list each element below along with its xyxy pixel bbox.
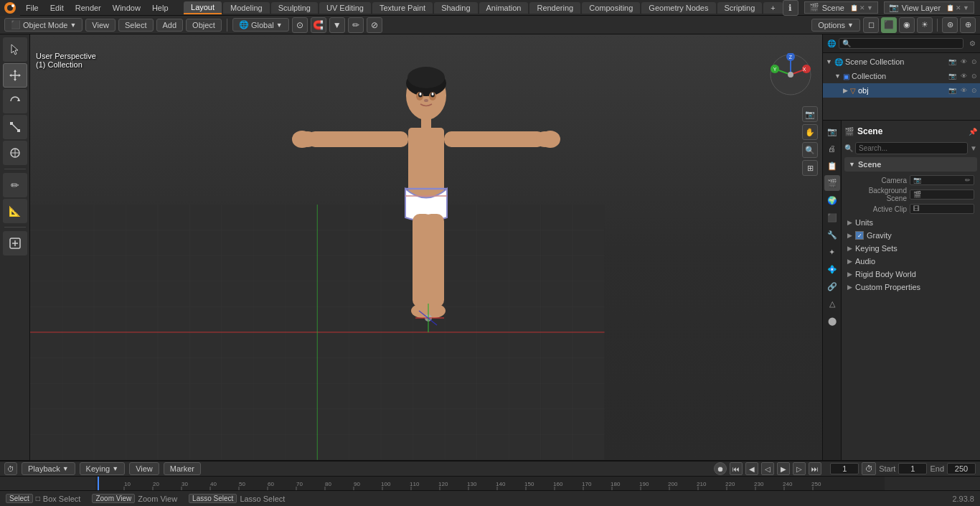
prop-object-icon[interactable]: ⬛ xyxy=(824,210,840,225)
jump-end-btn[interactable]: ⏭ xyxy=(809,462,821,475)
transform-tool[interactable] xyxy=(3,141,27,165)
active-clip-value[interactable]: 🎞 xyxy=(910,204,974,214)
outliner-search[interactable]: 🔍 xyxy=(839,38,963,49)
add-tool[interactable] xyxy=(3,231,27,256)
menu-window[interactable]: Window xyxy=(107,2,146,14)
scene-selector[interactable]: 🎬 Scene 📋 ✕ ▼ xyxy=(804,1,878,14)
scene-collection-restrict-icon[interactable]: ⊙ xyxy=(971,58,977,65)
object-btn[interactable]: Object xyxy=(186,19,222,32)
playback-btn[interactable]: Playback ▼ xyxy=(22,462,75,475)
current-frame-input[interactable]: 1 xyxy=(830,463,859,474)
marker-btn[interactable]: Marker xyxy=(164,462,201,475)
tab-rendering[interactable]: Rendering xyxy=(529,2,580,14)
toggle-quad-btn[interactable]: ⊞ xyxy=(802,160,818,176)
transform-global-btn[interactable]: 🌐 Global ▼ xyxy=(232,18,289,32)
collection-restrict-icon[interactable]: ⊙ xyxy=(971,72,977,80)
tab-add[interactable]: + xyxy=(763,2,782,14)
keying-sets-collapsible[interactable]: ▶ Keying Sets xyxy=(844,242,977,255)
tab-scripting[interactable]: Scripting xyxy=(717,2,763,14)
prop-material-icon[interactable]: ⬤ xyxy=(824,313,840,329)
cursor-tool[interactable] xyxy=(3,37,27,62)
record-btn[interactable]: ⏺ xyxy=(714,462,727,475)
tree-scene-collection[interactable]: ▼ 🌐 Scene Collection 📷 👁 ⊙ xyxy=(823,55,980,69)
camera-view-btn[interactable]: 📷 xyxy=(802,106,818,122)
props-pin-icon[interactable]: 📌 xyxy=(969,128,977,136)
jump-start-btn[interactable]: ⏮ xyxy=(730,462,743,475)
tab-layout[interactable]: Layout xyxy=(184,1,222,14)
camera-edit-icon[interactable]: ✏ xyxy=(965,177,971,184)
audio-collapsible[interactable]: ▶ Audio xyxy=(844,255,977,268)
prop-physics-icon[interactable]: 💠 xyxy=(824,261,840,277)
prop-render-icon[interactable]: 📷 xyxy=(824,123,840,139)
scene-section-header[interactable]: ▼ Scene xyxy=(844,157,977,172)
add-btn[interactable]: Add xyxy=(156,19,184,32)
viewport-shading-wireframe[interactable]: ◻ xyxy=(863,17,879,33)
snap-options-btn[interactable]: ▼ xyxy=(329,17,345,33)
custom-properties-collapsible[interactable]: ▶ Custom Properties xyxy=(844,281,977,294)
tab-modeling[interactable]: Modeling xyxy=(223,2,270,14)
hand-tool-btn[interactable]: ✋ xyxy=(802,124,818,140)
step-back-btn[interactable]: ◀ xyxy=(745,462,758,475)
fps-btn[interactable]: ⏱ xyxy=(862,462,876,475)
info-icon[interactable]: ℹ xyxy=(783,0,798,16)
annotate-tool[interactable]: ✏ xyxy=(3,173,27,197)
prop-data-icon[interactable]: △ xyxy=(824,296,840,311)
step-forward-btn[interactable]: ▷ xyxy=(793,462,806,475)
zoom-in-btn[interactable]: 🔍 xyxy=(802,142,818,158)
view-layer-selector[interactable]: 📷 View Layer 📋 ✕ ▼ xyxy=(884,1,974,14)
rotate-tool[interactable] xyxy=(3,89,27,113)
measure-tool[interactable]: 📐 xyxy=(3,199,27,223)
tab-animation[interactable]: Animation xyxy=(479,2,529,14)
prop-scene-icon[interactable]: 🎬 xyxy=(824,175,840,191)
options-btn[interactable]: Options ▼ xyxy=(811,19,860,32)
timeline-mode-btn[interactable]: ⏱ xyxy=(4,462,17,475)
props-search-dropdown-icon[interactable]: ▼ xyxy=(970,144,977,152)
tab-geometry-nodes[interactable]: Geometry Nodes xyxy=(641,2,715,14)
tab-uv-editing[interactable]: UV Editing xyxy=(319,2,371,14)
play-btn[interactable]: ▶ xyxy=(777,462,790,475)
proportional-edit-btn[interactable]: ⊙ xyxy=(292,17,308,33)
tab-sculpting[interactable]: Sculpting xyxy=(271,2,318,14)
obj-restrict-icon[interactable]: ⊙ xyxy=(971,87,977,94)
viewport-shading-material[interactable]: ◉ xyxy=(899,17,915,33)
move-tool[interactable] xyxy=(3,63,27,88)
menu-render[interactable]: Render xyxy=(70,2,107,14)
gizmo-toggle[interactable]: ⊕ xyxy=(960,17,976,33)
tab-texture-paint[interactable]: Texture Paint xyxy=(372,2,433,14)
menu-file[interactable]: File xyxy=(20,2,44,14)
viewport-shading-solid[interactable]: ⬛ xyxy=(881,17,897,33)
mode-selector[interactable]: ⬛ Object Mode ▼ xyxy=(4,18,83,32)
obj-hide-icon[interactable]: 👁 xyxy=(961,87,967,94)
tab-compositing[interactable]: Compositing xyxy=(582,2,640,14)
viewport-shading-rendered[interactable]: ☀ xyxy=(917,17,933,33)
keying-btn[interactable]: Keying ▼ xyxy=(80,462,126,475)
overlay-toggle[interactable]: ⊛ xyxy=(942,17,958,33)
menu-edit[interactable]: Edit xyxy=(44,2,70,14)
tab-shading[interactable]: Shading xyxy=(434,2,477,14)
gravity-collapsible[interactable]: ▶ ✓ Gravity xyxy=(844,229,977,242)
prop-output-icon[interactable]: 🖨 xyxy=(824,141,840,156)
annotation-btn[interactable]: ✏ xyxy=(348,17,364,33)
props-search-input[interactable] xyxy=(855,142,968,154)
gravity-checkbox[interactable]: ✓ xyxy=(855,231,864,240)
scale-tool[interactable] xyxy=(3,115,27,139)
collection-hide-icon[interactable]: 👁 xyxy=(961,72,967,80)
prop-particles-icon[interactable]: ✦ xyxy=(824,244,840,260)
prop-view-layer-icon[interactable]: 📋 xyxy=(824,158,840,174)
tree-obj[interactable]: ▶ ▽ obj 📷 👁 ⊙ xyxy=(823,83,980,98)
select-btn[interactable]: Select xyxy=(118,19,154,32)
rigid-body-world-collapsible[interactable]: ▶ Rigid Body World xyxy=(844,268,977,281)
prop-world-icon[interactable]: 🌍 xyxy=(824,192,840,208)
background-scene-value[interactable]: 🎬 xyxy=(910,189,974,200)
camera-value[interactable]: 📷 ✏ xyxy=(910,175,974,185)
end-frame-input[interactable]: 250 xyxy=(947,463,976,474)
start-frame-input[interactable]: 1 xyxy=(898,463,927,474)
tree-collection[interactable]: ▼ ▣ Collection 📷 👁 ⊙ xyxy=(823,69,980,83)
units-collapsible[interactable]: ▶ Units xyxy=(844,216,977,229)
view-btn[interactable]: View xyxy=(85,19,116,32)
scene-collection-hide-icon[interactable]: 👁 xyxy=(961,58,967,65)
navigation-gizmo[interactable]: X Y Z xyxy=(769,53,812,96)
menu-help[interactable]: Help xyxy=(146,2,174,14)
filter-btn[interactable]: ⊘ xyxy=(367,17,382,33)
reverse-play-btn[interactable]: ◁ xyxy=(761,462,774,475)
